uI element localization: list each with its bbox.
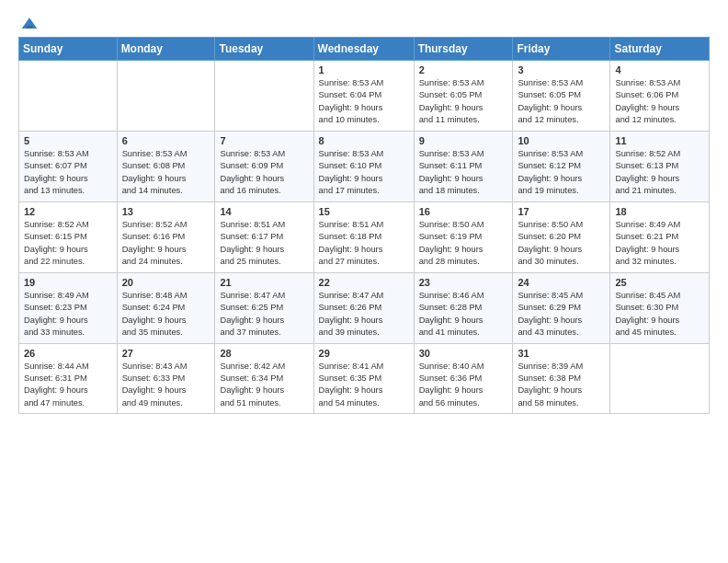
day-info: Sunrise: 8:53 AM Sunset: 6:08 PM Dayligh… <box>122 148 210 198</box>
day-info: Sunrise: 8:45 AM Sunset: 6:30 PM Dayligh… <box>615 290 704 339</box>
calendar-cell: 20Sunrise: 8:48 AM Sunset: 6:24 PM Dayli… <box>117 272 215 343</box>
header <box>18 15 710 31</box>
calendar-week-row: 19Sunrise: 8:49 AM Sunset: 6:23 PM Dayli… <box>19 272 710 343</box>
day-number: 1 <box>319 64 409 75</box>
day-info: Sunrise: 8:52 AM Sunset: 6:15 PM Dayligh… <box>24 219 112 269</box>
day-number: 19 <box>24 277 112 288</box>
day-info: Sunrise: 8:49 AM Sunset: 6:23 PM Dayligh… <box>24 290 112 339</box>
calendar-cell: 22Sunrise: 8:47 AM Sunset: 6:26 PM Dayli… <box>313 272 414 343</box>
calendar-cell <box>19 61 118 132</box>
day-number: 12 <box>24 206 112 217</box>
calendar-cell <box>215 61 313 132</box>
calendar-cell: 13Sunrise: 8:52 AM Sunset: 6:16 PM Dayli… <box>117 201 215 272</box>
calendar-cell: 6Sunrise: 8:53 AM Sunset: 6:08 PM Daylig… <box>117 131 215 201</box>
day-number: 5 <box>24 135 112 146</box>
calendar-cell: 25Sunrise: 8:45 AM Sunset: 6:30 PM Dayli… <box>610 272 710 343</box>
calendar-week-row: 12Sunrise: 8:52 AM Sunset: 6:15 PM Dayli… <box>19 201 710 272</box>
calendar-cell: 21Sunrise: 8:47 AM Sunset: 6:25 PM Dayli… <box>215 272 313 343</box>
day-number: 25 <box>615 277 704 288</box>
day-info: Sunrise: 8:45 AM Sunset: 6:29 PM Dayligh… <box>518 290 605 339</box>
calendar-cell: 28Sunrise: 8:42 AM Sunset: 6:34 PM Dayli… <box>215 343 313 414</box>
calendar-cell: 18Sunrise: 8:49 AM Sunset: 6:21 PM Dayli… <box>610 201 710 272</box>
page: SundayMondayTuesdayWednesdayThursdayFrid… <box>0 0 728 429</box>
day-info: Sunrise: 8:53 AM Sunset: 6:04 PM Dayligh… <box>319 77 409 127</box>
calendar-cell: 17Sunrise: 8:50 AM Sunset: 6:20 PM Dayli… <box>513 201 610 272</box>
day-number: 6 <box>122 135 210 146</box>
calendar-cell: 12Sunrise: 8:52 AM Sunset: 6:15 PM Dayli… <box>19 201 118 272</box>
calendar-cell: 10Sunrise: 8:53 AM Sunset: 6:12 PM Dayli… <box>513 131 610 201</box>
day-number: 9 <box>419 135 508 146</box>
day-info: Sunrise: 8:50 AM Sunset: 6:20 PM Dayligh… <box>518 219 605 269</box>
day-number: 7 <box>220 135 308 146</box>
day-info: Sunrise: 8:51 AM Sunset: 6:17 PM Dayligh… <box>220 219 308 269</box>
day-info: Sunrise: 8:39 AM Sunset: 6:38 PM Dayligh… <box>518 361 605 410</box>
calendar-cell: 26Sunrise: 8:44 AM Sunset: 6:31 PM Dayli… <box>19 343 118 414</box>
day-info: Sunrise: 8:42 AM Sunset: 6:34 PM Dayligh… <box>220 361 308 410</box>
day-number: 3 <box>518 64 605 75</box>
calendar-cell: 14Sunrise: 8:51 AM Sunset: 6:17 PM Dayli… <box>215 201 313 272</box>
day-info: Sunrise: 8:53 AM Sunset: 6:09 PM Dayligh… <box>220 148 308 198</box>
day-number: 13 <box>122 206 210 217</box>
logo-icon <box>20 15 39 33</box>
logo <box>18 15 39 31</box>
day-info: Sunrise: 8:44 AM Sunset: 6:31 PM Dayligh… <box>24 361 112 410</box>
calendar-cell: 5Sunrise: 8:53 AM Sunset: 6:07 PM Daylig… <box>19 131 118 201</box>
day-info: Sunrise: 8:49 AM Sunset: 6:21 PM Dayligh… <box>615 219 704 269</box>
day-info: Sunrise: 8:53 AM Sunset: 6:12 PM Dayligh… <box>518 148 605 198</box>
calendar-day-header: Sunday <box>19 38 118 61</box>
day-number: 27 <box>122 348 210 359</box>
day-number: 21 <box>220 277 308 288</box>
day-number: 10 <box>518 135 605 146</box>
day-number: 30 <box>419 348 508 359</box>
calendar-day-header: Wednesday <box>313 38 414 61</box>
day-number: 15 <box>319 206 409 217</box>
calendar-cell: 29Sunrise: 8:41 AM Sunset: 6:35 PM Dayli… <box>313 343 414 414</box>
day-info: Sunrise: 8:53 AM Sunset: 6:10 PM Dayligh… <box>319 148 409 198</box>
day-info: Sunrise: 8:50 AM Sunset: 6:19 PM Dayligh… <box>419 219 508 269</box>
calendar-day-header: Monday <box>117 38 215 61</box>
day-info: Sunrise: 8:51 AM Sunset: 6:18 PM Dayligh… <box>319 219 409 269</box>
day-info: Sunrise: 8:53 AM Sunset: 6:05 PM Dayligh… <box>518 77 605 127</box>
calendar-cell: 23Sunrise: 8:46 AM Sunset: 6:28 PM Dayli… <box>414 272 513 343</box>
day-info: Sunrise: 8:52 AM Sunset: 6:16 PM Dayligh… <box>122 219 210 269</box>
calendar-cell: 27Sunrise: 8:43 AM Sunset: 6:33 PM Dayli… <box>117 343 215 414</box>
day-number: 28 <box>220 348 308 359</box>
calendar-cell: 2Sunrise: 8:53 AM Sunset: 6:05 PM Daylig… <box>414 61 513 132</box>
day-number: 29 <box>319 348 409 359</box>
calendar-cell: 15Sunrise: 8:51 AM Sunset: 6:18 PM Dayli… <box>313 201 414 272</box>
day-number: 20 <box>122 277 210 288</box>
day-info: Sunrise: 8:47 AM Sunset: 6:25 PM Dayligh… <box>220 290 308 339</box>
day-number: 11 <box>615 135 704 146</box>
calendar-cell <box>117 61 215 132</box>
calendar-cell: 19Sunrise: 8:49 AM Sunset: 6:23 PM Dayli… <box>19 272 118 343</box>
day-info: Sunrise: 8:48 AM Sunset: 6:24 PM Dayligh… <box>122 290 210 339</box>
calendar-day-header: Tuesday <box>215 38 313 61</box>
day-number: 26 <box>24 348 112 359</box>
calendar-cell: 11Sunrise: 8:52 AM Sunset: 6:13 PM Dayli… <box>610 131 710 201</box>
svg-rect-1 <box>27 26 33 29</box>
day-info: Sunrise: 8:53 AM Sunset: 6:11 PM Dayligh… <box>419 148 508 198</box>
calendar-week-row: 26Sunrise: 8:44 AM Sunset: 6:31 PM Dayli… <box>19 343 710 414</box>
calendar-week-row: 5Sunrise: 8:53 AM Sunset: 6:07 PM Daylig… <box>19 131 710 201</box>
day-number: 16 <box>419 206 508 217</box>
day-info: Sunrise: 8:41 AM Sunset: 6:35 PM Dayligh… <box>319 361 409 410</box>
calendar-day-header: Friday <box>513 38 610 61</box>
calendar-cell: 1Sunrise: 8:53 AM Sunset: 6:04 PM Daylig… <box>313 61 414 132</box>
day-info: Sunrise: 8:46 AM Sunset: 6:28 PM Dayligh… <box>419 290 508 339</box>
calendar-day-header: Thursday <box>414 38 513 61</box>
day-info: Sunrise: 8:43 AM Sunset: 6:33 PM Dayligh… <box>122 361 210 410</box>
calendar-cell: 7Sunrise: 8:53 AM Sunset: 6:09 PM Daylig… <box>215 131 313 201</box>
day-number: 8 <box>319 135 409 146</box>
calendar-cell: 31Sunrise: 8:39 AM Sunset: 6:38 PM Dayli… <box>513 343 610 414</box>
calendar: SundayMondayTuesdayWednesdayThursdayFrid… <box>18 37 710 414</box>
calendar-cell: 4Sunrise: 8:53 AM Sunset: 6:06 PM Daylig… <box>610 61 710 132</box>
day-info: Sunrise: 8:47 AM Sunset: 6:26 PM Dayligh… <box>319 290 409 339</box>
calendar-week-row: 1Sunrise: 8:53 AM Sunset: 6:04 PM Daylig… <box>19 61 710 132</box>
calendar-cell: 30Sunrise: 8:40 AM Sunset: 6:36 PM Dayli… <box>414 343 513 414</box>
calendar-day-header: Saturday <box>610 38 710 61</box>
day-number: 22 <box>319 277 409 288</box>
logo-text <box>18 15 39 35</box>
day-number: 4 <box>615 64 704 75</box>
day-info: Sunrise: 8:53 AM Sunset: 6:06 PM Dayligh… <box>615 77 704 127</box>
day-number: 18 <box>615 206 704 217</box>
